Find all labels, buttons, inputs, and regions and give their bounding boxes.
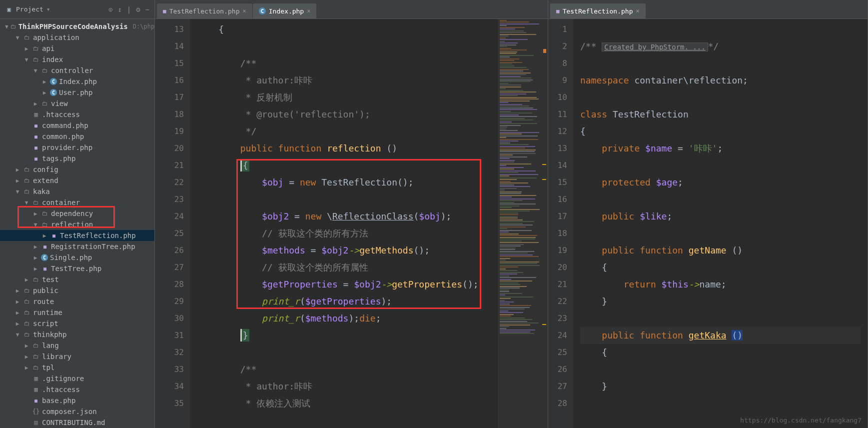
tree-item[interactable]: ▦.htaccess: [0, 109, 154, 120]
tree-label: CONTRIBUTING.md: [42, 418, 105, 426]
tree-item[interactable]: {}composer.json: [0, 406, 154, 417]
tree-item[interactable]: ■command.php: [0, 120, 154, 131]
tree-item[interactable]: ▼🗀application: [0, 32, 154, 43]
chevron-icon[interactable]: ▼: [23, 200, 30, 206]
chevron-icon[interactable]: ▶: [14, 166, 21, 173]
chevron-icon[interactable]: ▶: [32, 266, 39, 272]
tree-item[interactable]: ▼🗀reflection: [0, 219, 154, 230]
tree-label: controller: [51, 66, 93, 74]
annotation-marker[interactable]: [543, 49, 546, 53]
tree-item[interactable]: ▦.htaccess: [0, 384, 154, 395]
annotation-marker[interactable]: [542, 164, 546, 165]
hide-icon[interactable]: −: [145, 6, 149, 14]
chevron-icon[interactable]: ▶: [23, 354, 30, 360]
tree-item[interactable]: ■common.php: [0, 131, 154, 142]
chevron-icon[interactable]: ▶: [23, 342, 30, 349]
tree-item[interactable]: ■provider.php: [0, 142, 154, 153]
chevron-icon[interactable]: ▶: [41, 232, 48, 239]
file-icon: ▦: [32, 110, 40, 118]
tree-item[interactable]: ▶CSingle.php: [0, 252, 154, 263]
main-code[interactable]: { /** * author:咔咔 * 反射机制 * @route('refle…: [190, 19, 498, 428]
chevron-icon[interactable]: ▼: [32, 222, 39, 228]
tree-item[interactable]: ▼🗀kaka: [0, 186, 154, 197]
chevron-icon[interactable]: ▶: [14, 310, 21, 316]
chevron-icon[interactable]: ▼: [5, 24, 8, 30]
chevron-icon[interactable]: ▼: [14, 332, 21, 338]
minimap[interactable]: [498, 19, 548, 428]
close-icon[interactable]: ×: [243, 8, 246, 14]
tree-item[interactable]: ▤CONTRIBUTING.md: [0, 417, 154, 428]
tree-item[interactable]: ▶🗀script: [0, 318, 154, 329]
close-icon[interactable]: ×: [307, 8, 310, 14]
php-icon: ■: [32, 132, 40, 140]
tree-item[interactable]: ■base.php: [0, 395, 154, 406]
tree-item[interactable]: ▼🗀controller: [0, 65, 154, 76]
tree-label: composer.json: [42, 408, 97, 416]
gear-icon[interactable]: ⚙: [136, 6, 140, 14]
target-icon[interactable]: ⊙: [108, 6, 112, 14]
tree-label: config: [33, 166, 58, 174]
tree-label: dependency: [51, 210, 93, 218]
tree-item[interactable]: ▶🗀test: [0, 274, 154, 285]
tab[interactable]: ■TestReflection.php×: [550, 4, 646, 18]
chevron-icon[interactable]: ▶: [41, 78, 48, 85]
chevron-icon[interactable]: ▶: [14, 298, 21, 305]
tree-item[interactable]: ▶CIndex.php: [0, 76, 154, 87]
tree-label: TestReflection.php: [60, 232, 136, 240]
collapse-icon[interactable]: ↕: [117, 6, 121, 14]
annotation-marker[interactable]: [542, 324, 546, 325]
main-code-area[interactable]: 1314151617181920212223242526272829303132…: [155, 19, 548, 428]
tree-label: runtime: [33, 308, 62, 316]
chevron-icon[interactable]: ▶: [14, 320, 21, 327]
tree-label: User.php: [59, 88, 92, 96]
chevron-icon[interactable]: ▶: [32, 210, 39, 217]
tree-item[interactable]: ▶🗀dependency: [0, 208, 154, 219]
annotation-marker[interactable]: [542, 179, 546, 180]
tree-item[interactable]: ▶🗀view: [0, 98, 154, 109]
tree-item[interactable]: ▶🗀library: [0, 351, 154, 362]
chevron-icon[interactable]: ▶: [32, 254, 39, 261]
tree-item[interactable]: ▶🗀lang: [0, 340, 154, 351]
chevron-icon[interactable]: ▶: [14, 288, 21, 294]
project-sidebar: ▣ Project ▾ ⊙ ↕ | ⚙ − ▼🗀ThinkPHPSourceCo…: [0, 0, 155, 428]
chevron-icon[interactable]: ▼: [23, 56, 30, 63]
tree-item[interactable]: ▶🗀public: [0, 285, 154, 296]
tree-item[interactable]: ▼🗀container: [0, 197, 154, 208]
tree-label: provider.php: [42, 144, 92, 152]
tree-item[interactable]: ▶🗀tpl: [0, 362, 154, 373]
chevron-icon[interactable]: ▶: [23, 276, 30, 283]
tree-label: script: [33, 320, 58, 328]
chevron-icon[interactable]: ▶: [14, 178, 21, 184]
tree-item[interactable]: ▶🗀runtime: [0, 307, 154, 318]
close-icon[interactable]: ×: [636, 8, 640, 14]
right-code[interactable]: /** Created by PhpStorm. ...*/namespace …: [573, 19, 868, 428]
chevron-icon[interactable]: ▼: [14, 188, 21, 195]
chevron-icon[interactable]: ▶: [41, 90, 48, 96]
tree-item[interactable]: ▼🗀ThinkPHPSourceCodeAnalysisD:\phpstudy_…: [0, 21, 154, 32]
chevron-icon[interactable]: ▼: [14, 34, 21, 41]
tree-item[interactable]: ▶🗀extend: [0, 175, 154, 186]
chevron-icon[interactable]: ▶: [23, 46, 30, 52]
tree-item[interactable]: ▼🗀thinkphp: [0, 329, 154, 340]
chevron-down-icon[interactable]: ▾: [46, 6, 50, 13]
tree-item[interactable]: ▶🗀route: [0, 296, 154, 307]
chevron-icon[interactable]: ▶: [32, 100, 39, 107]
tree-item[interactable]: ▶🗀config: [0, 164, 154, 175]
tree-label: ThinkPHPSourceCodeAnalysis: [18, 22, 128, 30]
tree-item[interactable]: ▶CUser.php: [0, 87, 154, 98]
right-code-area[interactable]: 1289101112131415161718192021222324252627…: [548, 19, 868, 428]
tab[interactable]: ■TestReflection.php×: [157, 4, 252, 18]
tree-item[interactable]: ▶■TestReflection.php: [0, 230, 154, 241]
chevron-icon[interactable]: ▶: [23, 364, 30, 371]
folder-icon: 🗀: [32, 364, 40, 372]
tree-item[interactable]: ■tags.php: [0, 153, 154, 164]
tree-item[interactable]: ▶■TestTree.php: [0, 263, 154, 274]
chevron-icon[interactable]: ▼: [32, 68, 39, 74]
tree-item[interactable]: ▼🗀index: [0, 54, 154, 65]
tree-item[interactable]: ▶■RegistrationTree.php: [0, 241, 154, 252]
project-tree[interactable]: ▼🗀ThinkPHPSourceCodeAnalysisD:\phpstudy_…: [0, 19, 154, 428]
chevron-icon[interactable]: ▶: [32, 244, 39, 250]
tree-item[interactable]: ▦.gitignore: [0, 373, 154, 384]
tree-item[interactable]: ▶🗀api: [0, 43, 154, 54]
tab[interactable]: CIndex.php×: [253, 4, 317, 18]
